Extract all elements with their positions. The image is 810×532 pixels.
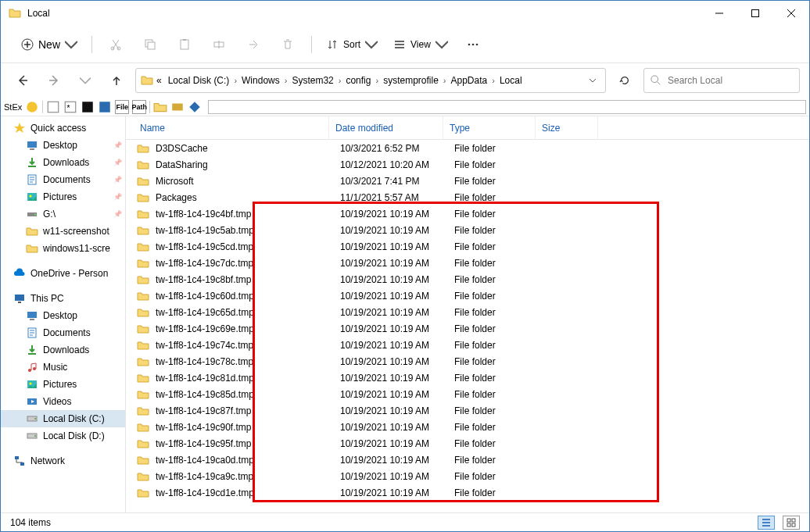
sidebar-item[interactable]: w11-screenshot bbox=[1, 223, 125, 240]
minimize-button[interactable] bbox=[701, 1, 737, 26]
sidebar-item[interactable]: Music bbox=[1, 359, 125, 376]
chevron-right-icon: › bbox=[285, 76, 288, 85]
rename-icon bbox=[213, 38, 225, 51]
file-row[interactable]: tw-1ff8-1c4-19c8bf.tmp10/19/2021 10:19 A… bbox=[126, 271, 809, 287]
column-type[interactable]: Type bbox=[443, 116, 536, 139]
more-button[interactable] bbox=[457, 30, 489, 59]
delete-button[interactable] bbox=[272, 30, 303, 59]
file-row[interactable]: tw-1ff8-1c4-19c95f.tmp10/19/2021 10:19 A… bbox=[126, 435, 809, 452]
column-size[interactable]: Size bbox=[536, 116, 598, 139]
stex-icon-file[interactable]: File bbox=[115, 100, 129, 114]
breadcrumb-part[interactable]: AppData bbox=[448, 75, 491, 86]
sidebar-item[interactable]: Downloads bbox=[1, 341, 125, 359]
details-view-button[interactable] bbox=[758, 516, 775, 530]
share-button[interactable] bbox=[238, 30, 269, 59]
file-row[interactable]: tw-1ff8-1c4-19c69e.tmp10/19/2021 10:19 A… bbox=[126, 320, 809, 337]
file-name: tw-1ff8-1c4-19c5cd.tmp bbox=[156, 241, 340, 252]
file-list[interactable]: D3DSCache10/3/2021 6:52 PMFile folderDat… bbox=[126, 140, 809, 512]
back-button[interactable] bbox=[10, 68, 35, 93]
file-row[interactable]: tw-1ff8-1c4-19c74c.tmp10/19/2021 10:19 A… bbox=[126, 337, 809, 353]
search-input[interactable] bbox=[668, 75, 793, 86]
recent-button[interactable] bbox=[73, 68, 98, 93]
file-row[interactable]: Packages11/1/2021 5:57 AMFile folder bbox=[126, 189, 809, 205]
paste-button[interactable] bbox=[169, 30, 200, 59]
breadcrumb-part[interactable]: Local bbox=[496, 75, 525, 86]
sidebar-item[interactable]: Local Disk (C:) bbox=[1, 410, 125, 427]
sidebar-item[interactable]: Desktop📌 bbox=[1, 137, 125, 154]
close-button[interactable] bbox=[773, 1, 809, 26]
column-date[interactable]: Date modified bbox=[329, 116, 443, 139]
sidebar-item[interactable]: Desktop bbox=[1, 307, 125, 324]
file-row[interactable]: DataSharing10/12/2021 10:20 AMFile folde… bbox=[126, 156, 809, 173]
file-row[interactable]: tw-1ff8-1c4-19cd1e.tmp10/19/2021 10:19 A… bbox=[126, 484, 809, 501]
sidebar-this-pc[interactable]: This PC bbox=[1, 290, 125, 307]
file-name: tw-1ff8-1c4-19c90f.tmp bbox=[156, 422, 340, 433]
sidebar-quick-access[interactable]: Quick access bbox=[1, 120, 125, 137]
breadcrumb[interactable]: « Local Disk (C:)›Windows›System32›confi… bbox=[135, 68, 606, 93]
sidebar-item[interactable]: Documents bbox=[1, 324, 125, 341]
search-box[interactable] bbox=[643, 68, 800, 93]
folder-icon bbox=[137, 241, 149, 252]
stex-icon-6[interactable] bbox=[153, 100, 167, 114]
file-row[interactable]: tw-1ff8-1c4-19c4bf.tmp10/19/2021 10:19 A… bbox=[126, 205, 809, 222]
stex-icon-3[interactable]: * bbox=[63, 100, 77, 114]
stex-icon-2[interactable] bbox=[46, 100, 60, 114]
sidebar-item[interactable]: Local Disk (D:) bbox=[1, 427, 125, 445]
titlebar[interactable]: Local bbox=[1, 1, 809, 26]
breadcrumb-part[interactable]: systemprofile bbox=[380, 75, 442, 86]
file-row[interactable]: Microsoft10/3/2021 7:41 PMFile folder bbox=[126, 173, 809, 189]
sort-button[interactable]: Sort bbox=[320, 30, 384, 59]
stex-icon-4[interactable] bbox=[81, 100, 95, 114]
sidebar-item[interactable]: Pictures bbox=[1, 376, 125, 393]
breadcrumb-part[interactable]: Windows bbox=[238, 75, 283, 86]
file-row[interactable]: tw-1ff8-1c4-19ca9c.tmp10/19/2021 10:19 A… bbox=[126, 468, 809, 484]
maximize-button[interactable] bbox=[737, 1, 773, 26]
new-button[interactable]: New bbox=[15, 30, 84, 59]
sidebar-item[interactable]: Downloads📌 bbox=[1, 154, 125, 171]
breadcrumb-part[interactable]: config bbox=[342, 75, 374, 86]
folder-icon bbox=[9, 7, 21, 20]
stex-icon-8[interactable] bbox=[188, 100, 202, 114]
file-row[interactable]: tw-1ff8-1c4-19c65d.tmp10/19/2021 10:19 A… bbox=[126, 304, 809, 320]
file-row[interactable]: tw-1ff8-1c4-19c85d.tmp10/19/2021 10:19 A… bbox=[126, 386, 809, 402]
sidebar-network[interactable]: Network bbox=[1, 452, 125, 470]
column-name[interactable]: Name bbox=[126, 116, 329, 139]
file-name: tw-1ff8-1c4-19c95f.tmp bbox=[156, 438, 340, 449]
view-button[interactable]: View bbox=[387, 30, 454, 59]
file-row[interactable]: tw-1ff8-1c4-19c5ab.tmp10/19/2021 10:19 A… bbox=[126, 222, 809, 238]
sidebar-item[interactable]: Pictures📌 bbox=[1, 188, 125, 205]
sidebar-item[interactable]: Videos bbox=[1, 393, 125, 410]
file-row[interactable]: tw-1ff8-1c4-19c7dc.tmp10/19/2021 10:19 A… bbox=[126, 255, 809, 271]
file-row[interactable]: tw-1ff8-1c4-19c87f.tmp10/19/2021 10:19 A… bbox=[126, 402, 809, 419]
sidebar-onedrive[interactable]: OneDrive - Person bbox=[1, 265, 125, 282]
cut-button[interactable] bbox=[100, 30, 131, 59]
sidebar-item[interactable]: Documents📌 bbox=[1, 171, 125, 188]
refresh-button[interactable] bbox=[612, 68, 637, 93]
breadcrumb-part[interactable]: System32 bbox=[289, 75, 336, 86]
breadcrumb-dropdown[interactable] bbox=[583, 77, 602, 84]
stex-address[interactable] bbox=[208, 100, 806, 114]
file-type: File folder bbox=[454, 356, 547, 367]
file-row[interactable]: tw-1ff8-1c4-19c5cd.tmp10/19/2021 10:19 A… bbox=[126, 238, 809, 255]
sidebar[interactable]: Quick access Desktop📌Downloads📌Documents… bbox=[1, 116, 126, 512]
file-row[interactable]: D3DSCache10/3/2021 6:52 PMFile folder bbox=[126, 140, 809, 156]
stex-icon-5[interactable] bbox=[98, 100, 112, 114]
thumbnails-view-button[interactable] bbox=[783, 516, 800, 530]
breadcrumb-part[interactable]: Local Disk (C:) bbox=[165, 75, 233, 86]
stex-icon-7[interactable] bbox=[170, 100, 185, 114]
file-row[interactable]: tw-1ff8-1c4-19c81d.tmp10/19/2021 10:19 A… bbox=[126, 370, 809, 386]
stex-icon-path[interactable]: Path bbox=[132, 100, 146, 114]
sidebar-item[interactable]: windows11-scre bbox=[1, 240, 125, 257]
file-row[interactable]: tw-1ff8-1c4-19c60d.tmp10/19/2021 10:19 A… bbox=[126, 287, 809, 304]
breadcrumb-overflow[interactable]: « bbox=[156, 75, 162, 86]
forward-button[interactable] bbox=[41, 68, 66, 93]
up-button[interactable] bbox=[104, 68, 129, 93]
stex-icon-1[interactable] bbox=[25, 100, 39, 114]
file-row[interactable]: tw-1ff8-1c4-19ca0d.tmp10/19/2021 10:19 A… bbox=[126, 452, 809, 468]
file-row[interactable]: tw-1ff8-1c4-19c90f.tmp10/19/2021 10:19 A… bbox=[126, 419, 809, 435]
rename-button[interactable] bbox=[203, 30, 235, 59]
file-row[interactable]: tw-1ff8-1c4-19c78c.tmp10/19/2021 10:19 A… bbox=[126, 353, 809, 370]
file-type: File folder bbox=[454, 438, 547, 449]
sidebar-item[interactable]: G:\📌 bbox=[1, 205, 125, 223]
copy-button[interactable] bbox=[134, 30, 166, 59]
